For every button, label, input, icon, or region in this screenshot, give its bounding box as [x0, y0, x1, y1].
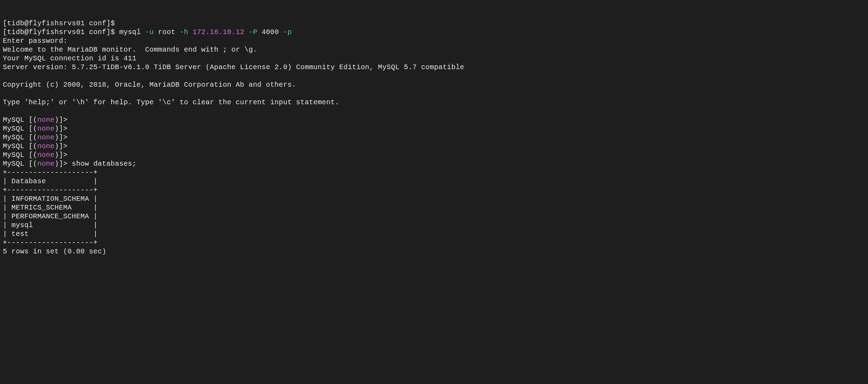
mysql-prompt: MySQL [(none)]> [3, 125, 68, 133]
enter-password: Enter password: [3, 37, 68, 45]
copyright-line: Copyright (c) 2000, 2018, Oracle, MariaD… [3, 81, 296, 89]
help-line: Type 'help;' or '\h' for help. Type '\c'… [3, 98, 339, 106]
connection-id-line: Your MySQL connection id is 411 [3, 54, 136, 62]
mysql-prompt: MySQL [(none)]> [3, 160, 68, 168]
table-border: +--------------------+ [3, 186, 98, 194]
table-row: | PERFORMANCE_SCHEMA | [3, 212, 98, 220]
command: mysql -u root -h 172.16.10.12 -P 4000 -p [119, 28, 292, 36]
table-border: +--------------------+ [3, 239, 98, 247]
table-border: +--------------------+ [3, 168, 98, 177]
table-row: | test | [3, 230, 98, 238]
server-version-line: Server version: 5.7.25-TiDB-v6.1.0 TiDB … [3, 63, 464, 71]
welcome-line: Welcome to the MariaDB monitor. Commands… [3, 46, 257, 54]
table-row: | METRICS_SCHEMA | [3, 204, 98, 212]
table-row: | INFORMATION_SCHEMA | [3, 195, 98, 203]
mysql-prompt: MySQL [(none)]> [3, 133, 68, 141]
sql-command: show databases; [72, 160, 137, 168]
result-footer: 5 rows in set (0.00 sec) [3, 247, 106, 256]
mysql-prompt: MySQL [(none)]> [3, 142, 68, 150]
mysql-prompt: MySQL [(none)]> [3, 116, 68, 124]
terminal-output[interactable]: [tidb@flyfishsrvs01 conf]$ [tidb@flyfish… [3, 19, 865, 256]
shell-prompt-empty: [tidb@flyfishsrvs01 conf]$ [3, 19, 115, 27]
table-header: | Database | [3, 177, 98, 185]
table-row: | mysql | [3, 221, 98, 229]
shell-prompt: [tidb@flyfishsrvs01 conf]$ [3, 28, 115, 36]
mysql-prompt: MySQL [(none)]> [3, 151, 68, 159]
